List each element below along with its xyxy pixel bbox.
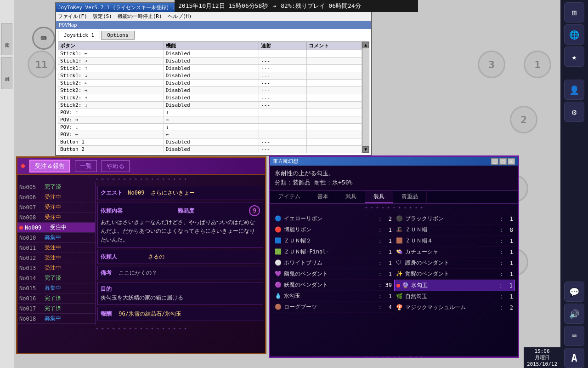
- circle-11[interactable]: 11: [28, 51, 55, 78]
- table-row[interactable]: Stick2: →Disabled---: [58, 87, 362, 94]
- item-zun-hat2[interactable]: 🟦 ＺＵＮ帽２ : 1: [273, 236, 394, 247]
- table-row[interactable]: Stick1: ←Disabled---: [58, 50, 362, 58]
- table-row[interactable]: Button 1Disabled---: [58, 138, 362, 146]
- table-row[interactable]: Stick2: ↑Disabled---: [58, 94, 362, 102]
- quest-row-no016[interactable]: No016 完了済: [17, 293, 95, 304]
- table-row[interactable]: Stick1: →Disabled---: [58, 58, 362, 65]
- cell-rapid: ---: [259, 102, 307, 109]
- selected-marker: [19, 226, 23, 230]
- item-magic-mushroom[interactable]: 🍄 マジックマッシュルーム : 2: [394, 302, 515, 313]
- item-ice-magatama[interactable]: 🔮 氷勾玉 : 1: [394, 280, 515, 291]
- menu-settings[interactable]: 設定(S): [93, 13, 112, 20]
- quest-row-no010[interactable]: No010 募集中: [17, 233, 95, 243]
- menu-file[interactable]: ファイル(F): [58, 13, 87, 20]
- item-hakurei-ribbon[interactable]: 🔴 博麗リボン : 1: [273, 224, 394, 236]
- scroll-down[interactable]: ▼: [362, 146, 369, 153]
- table-row[interactable]: Stick1: ↑Disabled---: [58, 65, 362, 72]
- sidebar-icon-grid[interactable]: ⊞: [564, 2, 584, 23]
- tab-item[interactable]: アイテム: [270, 191, 309, 203]
- quest-list-button[interactable]: 一覧: [75, 160, 97, 172]
- item-awaken-pendant[interactable]: ✨ 覚醒のペンダント : 1: [394, 269, 515, 280]
- col-func: 機能: [164, 42, 259, 50]
- sidebar-icon-a[interactable]: A: [564, 348, 584, 368]
- touhou-ornament-bottom: ✦ ❧ ✦ ❧ ✦ ❧ ✦ ❧ ✦ ❧ ✦: [270, 353, 518, 360]
- item-natural-magatama[interactable]: 🌿 自然勾玉 : 1: [394, 291, 515, 302]
- scroll-up[interactable]: ▲: [362, 42, 369, 48]
- item-zun-hat4[interactable]: 🟫 ＺＵＮ帽４ : 1: [394, 236, 515, 247]
- quest-row-no012[interactable]: No012 受注中: [17, 253, 95, 263]
- item-ghost-pendant[interactable]: 💜 幽鬼のペンダント : 1: [273, 269, 394, 280]
- quest-row-no015[interactable]: No015 募集中: [17, 283, 95, 293]
- quest-row-no005[interactable]: No005 完了済: [17, 182, 95, 192]
- tab-options[interactable]: Options: [101, 31, 134, 40]
- table-row[interactable]: Stick2: ↓Disabled---: [58, 102, 362, 109]
- table-row[interactable]: Stick2: ←Disabled---: [58, 80, 362, 87]
- circle-3[interactable]: 3: [478, 51, 505, 78]
- menu-pause[interactable]: 機能の一時停止(R): [118, 13, 162, 20]
- cell-comment: [307, 65, 362, 72]
- table-row[interactable]: POV: ←←: [58, 131, 362, 138]
- item-kachusha[interactable]: 👒 カチューシャ : 1: [394, 247, 515, 258]
- tab-weapon[interactable]: 武具: [337, 191, 365, 203]
- quest-row-no014[interactable]: No014 完了済: [17, 273, 95, 283]
- cell-button: POV: ↑: [58, 109, 164, 116]
- touhou-minimize[interactable]: _: [491, 158, 498, 165]
- tab-joystick1[interactable]: Joystick 1: [58, 31, 100, 40]
- cell-func: Disabled: [164, 58, 259, 65]
- sidebar-icon-volume[interactable]: 🔊: [564, 304, 584, 324]
- cell-button: Stick2: ←: [58, 80, 164, 87]
- table-row[interactable]: Stick1: ↓Disabled---: [58, 72, 362, 80]
- table-row[interactable]: POV: →→: [58, 116, 362, 124]
- cell-button: Stick2: ↑: [58, 94, 164, 102]
- item-black-ribbon[interactable]: ⚫ ブラックリボン : 1: [394, 213, 515, 224]
- left-icon-zukan[interactable]: 図鑑: [1, 23, 12, 55]
- quest-row-no018[interactable]: No018 募集中: [17, 314, 95, 324]
- sidebar-icon-star[interactable]: ★: [564, 46, 584, 67]
- sidebar-icon-person[interactable]: 👤: [564, 80, 584, 100]
- table-row[interactable]: POV: ↑↑: [58, 109, 362, 116]
- item-zun-hat-final[interactable]: 🟩 ＺＵＮ帽-Final- : 1: [273, 247, 394, 258]
- quest-row-no013[interactable]: No013 受注中: [17, 263, 95, 273]
- time-display: 15:06: [525, 348, 560, 354]
- quest-row-no006[interactable]: No006 受注中: [17, 192, 95, 202]
- quest-detail-req: 依頼内容 難易度 9 あたいはさいきょーなんだけどさ、やっぱりあついのはだめなん…: [97, 202, 263, 248]
- cell-button: Button 1: [58, 138, 164, 146]
- menu-help[interactable]: ヘルプ(H): [168, 13, 192, 20]
- item-youma-pendant[interactable]: 🟣 妖魔のペンダント : 39: [273, 280, 394, 291]
- cell-func: Disabled: [164, 80, 259, 87]
- item-zun-hat[interactable]: 🎩 ＺＵＮ帽 : 8: [394, 224, 515, 236]
- quest-row-no011[interactable]: No011 受注中: [17, 243, 95, 253]
- item-guard-pendant[interactable]: 🛡 護身のペンダント : 1: [394, 258, 515, 269]
- quest-detail-person: 依頼人 さるの: [97, 250, 263, 264]
- quest-row-no008[interactable]: No008 受注中: [17, 213, 95, 223]
- quest-header: 受注＆報告 一覧 やめる: [17, 158, 265, 175]
- left-icon-mokuteki[interactable]: 目的: [1, 57, 12, 89]
- sidebar-icon-chat[interactable]: 💬: [564, 282, 584, 302]
- sidebar-icon-settings[interactable]: ⚙: [564, 102, 584, 122]
- sidebar-icon-keyboard[interactable]: ⌨: [564, 326, 584, 346]
- item-white-brim[interactable]: ⚪ ホワイトブリム : 1: [273, 258, 394, 269]
- tab-book[interactable]: 書本: [309, 191, 337, 203]
- quest-detail-header: クエスト No009 さらにさいきょー: [97, 186, 263, 200]
- item-rogue-boots[interactable]: 🟤 ローグブーツ : 4: [273, 302, 394, 313]
- battery-display: 82%:残りプレイ 06時間24分: [281, 2, 361, 10]
- scrollbar[interactable]: ▲ ▼: [362, 41, 369, 153]
- quest-detail-target: 目的 炎勾玉を大妖精の家の箱に届ける: [97, 282, 263, 305]
- quest-row-no009[interactable]: No009 受注中: [17, 223, 95, 233]
- tab-equip[interactable]: 装具: [365, 191, 393, 203]
- quest-row-no017[interactable]: No017 完了済: [17, 304, 95, 314]
- touhou-maximize[interactable]: □: [499, 158, 507, 165]
- circle-1[interactable]: 1: [524, 51, 551, 78]
- table-row[interactable]: POV: ↓↓: [58, 124, 362, 131]
- date-display-bottom: 15:06 月曜日 2015/10/12: [524, 347, 560, 368]
- touhou-close[interactable]: ×: [508, 158, 515, 165]
- table-row[interactable]: Button 2Disabled---: [58, 146, 362, 153]
- quest-cancel-button[interactable]: やめる: [102, 160, 130, 172]
- sidebar-icon-browser[interactable]: 🌐: [564, 24, 584, 45]
- quest-title-button[interactable]: 受注＆報告: [29, 160, 70, 172]
- item-water-magatama[interactable]: 💧 水勾玉 : 1: [273, 291, 394, 302]
- tab-valuable[interactable]: 貴重品: [393, 191, 427, 203]
- circle-2[interactable]: 2: [510, 106, 537, 133]
- quest-row-no007[interactable]: No007 受注中: [17, 202, 95, 213]
- item-yellow-ribbon[interactable]: 🔵 イエローリボン : 2: [273, 213, 394, 224]
